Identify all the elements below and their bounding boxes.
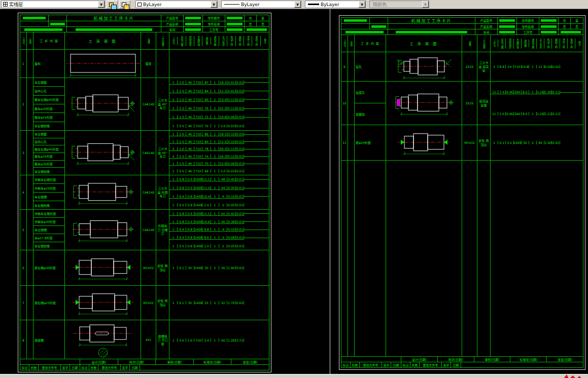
header-cell bbox=[498, 24, 517, 29]
layers-dialog-button[interactable] bbox=[107, 1, 118, 9]
param-cell: 360 bbox=[514, 112, 522, 116]
param-cell bbox=[261, 221, 269, 222]
step-label: 磨右端φ25外圆 bbox=[33, 286, 64, 320]
header-cell: 车间 bbox=[475, 29, 498, 34]
op-number: 6 bbox=[20, 250, 27, 285]
chevron-down-icon[interactable]: ▼ bbox=[98, 1, 105, 8]
cutting-params: 10.1351400252321.700.02 bbox=[169, 286, 269, 320]
param-cell bbox=[261, 196, 269, 197]
param-col-label: 准终工时 bbox=[568, 39, 575, 49]
dense-text-blob bbox=[24, 28, 62, 31]
param-cell: 1 bbox=[211, 169, 219, 173]
param-cell: 11 bbox=[491, 112, 498, 116]
param-cell: 1 bbox=[169, 162, 178, 166]
header-cell bbox=[388, 24, 475, 29]
header-cell: 第 bbox=[257, 15, 269, 21]
param-cell bbox=[244, 164, 252, 164]
header-cell: 产品型号 bbox=[161, 15, 184, 21]
header-cell: 校对(日期) bbox=[438, 357, 474, 362]
header-cell: 审核(日期) bbox=[474, 357, 511, 362]
param-cell: 0.01 bbox=[236, 220, 244, 224]
header-cell: 签字 bbox=[382, 362, 391, 367]
setup-number bbox=[348, 82, 355, 125]
param-cell: 0.12 bbox=[227, 147, 235, 151]
header-cell: 标准化(日期) bbox=[510, 357, 547, 362]
header-cell: 处数 bbox=[89, 365, 98, 370]
param-cell: 1 bbox=[211, 236, 219, 240]
header-cell: 页 bbox=[559, 24, 571, 29]
param-cell: 0.8 bbox=[186, 244, 194, 248]
cad-application-window: 实线层 ▼ ByLayer ▼ ByLayer ▼ ByLayer ▼ 随颜色 … bbox=[0, 0, 588, 378]
header-cell: 审核(日期) bbox=[156, 359, 194, 364]
header-cell bbox=[67, 27, 161, 32]
tooling-name: 三爪卡盘 45°车刀 bbox=[156, 78, 169, 130]
param-cell: 30 bbox=[522, 141, 529, 144]
chevron-down-icon[interactable]: ▼ bbox=[359, 1, 365, 8]
param-col-label: 背吃刀量 bbox=[498, 39, 506, 49]
param-cell: 1 bbox=[491, 141, 498, 144]
setup-number bbox=[27, 250, 33, 285]
param-cell: 1 bbox=[169, 186, 178, 190]
param-cell: 0.01 bbox=[236, 212, 244, 216]
step-list: 磨左端φ30外圆 bbox=[33, 250, 65, 285]
param-cell: 1 bbox=[169, 212, 178, 216]
op-sketch-cell bbox=[65, 210, 141, 250]
param-cell bbox=[244, 188, 252, 188]
dense-text-blob bbox=[344, 19, 367, 22]
param-cell: 0.8 bbox=[178, 177, 186, 181]
param-cell: 46 bbox=[186, 98, 194, 102]
param-cell: 0.01 bbox=[236, 228, 244, 232]
param-cell: 1000 bbox=[194, 177, 202, 181]
header-cell bbox=[539, 29, 559, 34]
layer-name: 实线层 bbox=[9, 1, 23, 8]
cutting-params: 12.04671086118.10.100.0212.54671084111.1… bbox=[169, 131, 269, 175]
header-cell: 第 bbox=[571, 18, 583, 23]
layer-current-icon bbox=[122, 3, 126, 7]
param-cell: 2.5 bbox=[178, 89, 186, 93]
layer-dropdown[interactable]: 实线层 ▼ bbox=[1, 1, 105, 8]
param-cell: 46 bbox=[186, 89, 194, 93]
param-cell: 2 bbox=[169, 98, 178, 102]
param-cell: 0.02 bbox=[552, 65, 560, 68]
drawing-canvas[interactable]: 机械加工工序卡片产品型号零件图号共第产品名称零件名称页页车间工序号工序号安装工 … bbox=[0, 9, 588, 374]
step-label: 粗车φ35外圆 bbox=[33, 153, 64, 161]
chevron-down-icon[interactable]: ▼ bbox=[294, 1, 301, 8]
cutting-params: 12.04671087118.10.010.0212.54671084111.1… bbox=[169, 78, 269, 130]
param-cell bbox=[252, 221, 260, 222]
header-cell bbox=[559, 29, 583, 34]
param-col-label: 单件工时 bbox=[560, 39, 568, 49]
param-cell: 0.1 bbox=[178, 266, 186, 270]
param-cell: 0.01 bbox=[236, 203, 244, 207]
op-number: 10 bbox=[341, 82, 348, 125]
param-cell bbox=[261, 213, 269, 214]
tooling-name: 砂轮 两顶尖 bbox=[477, 125, 491, 160]
dense-text-blob bbox=[499, 25, 514, 28]
chevron-down-icon[interactable]: ▼ bbox=[211, 1, 217, 8]
param-cell: 4.0 bbox=[178, 338, 186, 342]
param-cell: 0.02 bbox=[236, 81, 244, 85]
header-cell: 零件名称 bbox=[517, 24, 539, 29]
step-label: 钻孔 bbox=[355, 52, 386, 81]
param-cell: 0.50 bbox=[544, 65, 552, 68]
param-cell bbox=[244, 99, 252, 100]
param-cell: 2.0 bbox=[219, 169, 227, 173]
tooling-name: 三爪卡盘 45°车刀 bbox=[156, 131, 169, 175]
param-cell: 36 bbox=[219, 266, 227, 270]
setup-number bbox=[27, 210, 33, 250]
param-cell: 1400 bbox=[194, 236, 202, 240]
color-dropdown[interactable]: ByLayer ▼ bbox=[135, 1, 218, 8]
param-col-label: 进给量 bbox=[522, 40, 529, 47]
linetype-dropdown[interactable]: ByLayer ▼ bbox=[221, 1, 301, 8]
param-col-label: 辅助工时 bbox=[552, 39, 560, 49]
step-label: 攻螺纹 bbox=[355, 103, 386, 125]
header-cell: 日期 bbox=[70, 365, 80, 370]
param-col-label: 辅助工时 bbox=[236, 36, 244, 46]
header-cell: 机械加工工序卡片 bbox=[67, 15, 161, 21]
step-list: 钻孔 bbox=[355, 52, 386, 81]
param-cell bbox=[252, 134, 260, 135]
process-card-table: 机械加工工序卡片产品型号零件图号共第产品名称零件名称页页车间工序号工序号安装工 … bbox=[341, 17, 583, 368]
cutting-params bbox=[491, 161, 583, 356]
make-object-layer-current-button[interactable] bbox=[119, 1, 130, 9]
lineweight-dropdown[interactable]: ByLayer ▼ bbox=[305, 1, 366, 8]
param-cell: 0.11 bbox=[227, 98, 235, 102]
